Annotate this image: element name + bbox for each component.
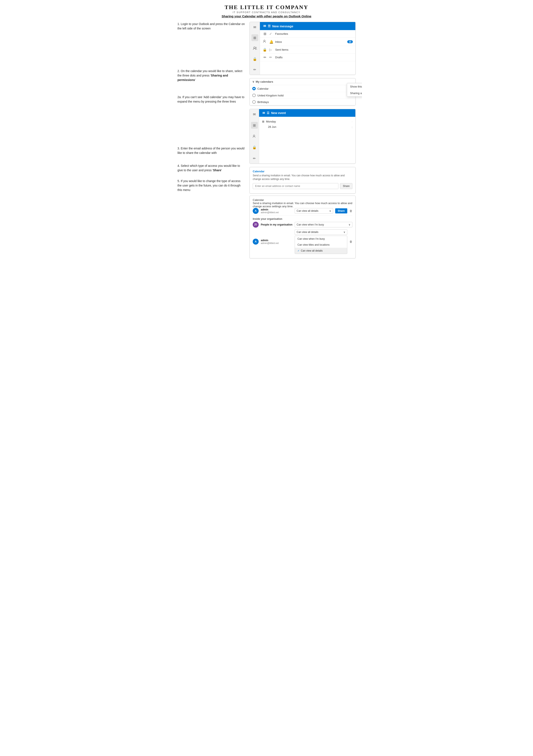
new-event-bar[interactable]: ✉ ☰ New event xyxy=(259,109,355,117)
svg-point-0 xyxy=(254,47,255,48)
access-dropdown-admin2-label: Can view all details xyxy=(296,230,319,233)
step-2a-number: 2a. xyxy=(178,95,182,99)
sharing-section-2: Calendar Send a sharing invitation in em… xyxy=(250,196,355,258)
org-name: People in my organisation xyxy=(261,223,293,226)
arrow-icon-sent: ▷ xyxy=(269,48,273,52)
dropdown-chevron: ∨ xyxy=(329,209,331,212)
cal-radio-uk[interactable] xyxy=(252,94,256,97)
mail-item-favourites[interactable]: ⊞ ✓ Favourites xyxy=(260,30,355,38)
sidebar-pen-icon[interactable]: ✏ xyxy=(251,66,258,73)
admin2-info: admin admin@littleit.net xyxy=(261,239,293,244)
cal-date-monday: ⊞ Monday · xyxy=(262,119,352,124)
calendar-icon-fav: ⊞ xyxy=(263,32,267,36)
cal-date-28jun: 28 Jun ; xyxy=(262,124,352,129)
cal-radio-calendar[interactable] xyxy=(252,87,256,90)
step-4-text-bold: Share xyxy=(213,169,221,172)
admin-avatar-share: A xyxy=(253,208,259,214)
context-sharing[interactable]: Sharing and permissions xyxy=(347,90,362,96)
option-all-details-label: Can view all details xyxy=(301,249,323,252)
step-1: 1. Login to your Outlook and press the C… xyxy=(178,22,245,31)
step-4-number: 4. xyxy=(178,164,180,168)
step-4: 4. Select which type of access you would… xyxy=(178,164,245,173)
context-show-only[interactable]: Show this only xyxy=(347,83,362,90)
new-message-label: New message xyxy=(272,24,293,28)
sidebar2-lock-icon[interactable]: 🔒 xyxy=(251,144,258,151)
sidebar-lock-icon[interactable]: 🔒 xyxy=(251,56,258,62)
check-mark-icon: ✓ xyxy=(297,249,299,252)
step-1-number: 1. xyxy=(178,22,180,26)
svg-point-3 xyxy=(253,135,255,137)
new-message-bar[interactable]: ✉ ☰ New message xyxy=(260,22,355,30)
access-dropdown-admin-share[interactable]: Can view all details ∨ xyxy=(295,208,333,214)
step-3-text: Enter the email address of the person yo… xyxy=(178,147,244,154)
admin2-name: admin xyxy=(261,239,293,242)
cal-header: ∨ My calendars xyxy=(250,78,355,85)
bell-icon: 🔔 xyxy=(269,40,273,44)
mail-item-inbox[interactable]: 🔔 Inbox 15 xyxy=(260,38,355,46)
step-1-text: Login to your Outlook and press the Cale… xyxy=(178,22,245,30)
cal-item-uk[interactable]: United Kingdom holid xyxy=(250,92,355,99)
company-name: The Little IT Company xyxy=(178,4,355,11)
outlook-mail-panel: ✉ ⊞ 🔒 ✏ ✉ ☰ New message ⊞ ✓ Favourit xyxy=(250,22,355,75)
favourites-label: Favourites xyxy=(275,32,353,35)
mail-item-sent[interactable]: 🔒 ▷ Sent Items xyxy=(260,46,355,54)
new-event-envelope-icon: ✉ xyxy=(263,111,265,115)
step-4-text-before: Select which type of access you would li… xyxy=(178,164,240,172)
access-dropdown-admin2[interactable]: Can view all details ∨ xyxy=(295,229,347,235)
option-all-details[interactable]: ✓Can view all details xyxy=(295,248,347,254)
option-titles[interactable]: Can view titles and locations xyxy=(295,242,347,248)
cal-item-birthdays[interactable]: Birthdays xyxy=(250,99,355,105)
context-menu: Show this only Sharing and permissions xyxy=(347,83,362,97)
org-info: People in my organisation xyxy=(261,223,293,226)
monday-dot: · xyxy=(352,121,352,123)
svg-point-1 xyxy=(255,47,257,48)
option-busy[interactable]: Can view when I'm busy xyxy=(295,236,347,242)
sidebar-icons-2: ✉ ⊞ 🔒 ✏ xyxy=(250,109,259,163)
email-input-row: Share xyxy=(253,183,352,189)
sidebar-calendar-icon[interactable]: ⊞ xyxy=(251,34,258,41)
step-2-number: 2. xyxy=(178,69,180,73)
step-5-text: If you would like to change the type of … xyxy=(178,179,240,192)
user-row-admin-2: A admin admin@littleit.net Can view all … xyxy=(253,229,352,254)
cal-item-calendar[interactable]: Calendar ··· Show this only Sharing and … xyxy=(250,85,355,92)
dropdown-options: Can view when I'm busy Can view titles a… xyxy=(295,236,347,254)
sidebar2-people-icon[interactable] xyxy=(251,133,258,140)
sidebar2-calendar-icon[interactable]: ⊞ xyxy=(251,122,258,129)
svg-point-4 xyxy=(255,223,256,225)
cal-radio-birthdays[interactable] xyxy=(252,100,256,104)
svg-point-5 xyxy=(256,224,257,225)
mail-item-drafts[interactable]: ✏ ✏ Drafts xyxy=(260,54,355,61)
date-semicolon: ; xyxy=(352,126,352,128)
doc-title: Sharing your Calendar with other people … xyxy=(178,14,355,18)
access-dropdown-org[interactable]: Can view when I'm busy ∨ xyxy=(295,222,352,228)
cal-calendar-icon: ⊞ xyxy=(262,120,265,123)
share-button-admin[interactable]: Share xyxy=(335,208,347,213)
sidebar-envelope-icon[interactable]: ✉ xyxy=(251,24,258,31)
cal-name-calendar: Calendar xyxy=(257,87,268,90)
pen-icon-drafts: ✏ xyxy=(263,55,267,59)
my-calendars-label: My calendars xyxy=(256,80,273,83)
user-row-admin-share: A admin admin@littleit.net Can view all … xyxy=(253,208,352,214)
chevron-down-icon: ∨ xyxy=(252,80,254,83)
sidebar2-envelope-icon[interactable]: ✉ xyxy=(251,111,258,118)
sidebar-people-icon[interactable] xyxy=(251,45,258,52)
step-3: 3. Enter the email address of the person… xyxy=(178,146,245,155)
step-2-text-before: On the calendar you would like to share,… xyxy=(178,69,242,77)
email-input[interactable] xyxy=(253,183,338,189)
sharing1-title: Calendar xyxy=(253,170,352,173)
check-fav: ✓ xyxy=(269,32,273,36)
delete-icon-admin[interactable]: 🗑 xyxy=(350,209,352,213)
admin-info-share: admin admin@littleit.net xyxy=(261,208,293,214)
access-dropdown-org-label: Can view when I'm busy xyxy=(296,223,324,226)
sidebar2-pen-icon[interactable]: ✏ xyxy=(251,155,258,162)
delete-icon-admin2[interactable]: 🗑 xyxy=(350,240,352,243)
new-message-envelope-icon: ✉ xyxy=(263,24,266,28)
mail-list: ✉ ☰ New message ⊞ ✓ Favourites 🔔 Inbox xyxy=(260,22,355,75)
share-button-1[interactable]: Share xyxy=(340,183,352,189)
step-2a: 2a. If you can't see 'Add calendar' you … xyxy=(178,95,245,104)
people-icon-inbox xyxy=(263,40,267,44)
inbox-label: Inbox xyxy=(275,40,345,43)
event-content: ✉ ☰ New event ⊞ Monday · 28 Jun ; xyxy=(259,109,355,163)
tagline: IT Support Contracts and Consultancy xyxy=(178,11,355,14)
step-2-text-after: ' xyxy=(195,78,195,82)
